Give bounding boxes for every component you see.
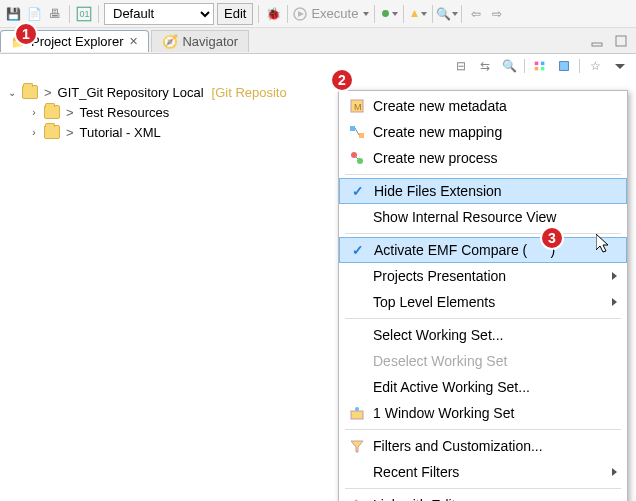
view-tabs: 📁 Project Explorer ✕ 🧭 Navigator (0, 28, 636, 54)
menu-label: Filters and Customization... (369, 438, 617, 454)
menu-label: Top Level Elements (369, 294, 612, 310)
save-all-icon[interactable]: 📄 (25, 5, 43, 23)
annotation-2: 2 (330, 68, 354, 92)
link-editor-icon (345, 497, 369, 501)
menu-recent-filters[interactable]: Recent Filters (339, 459, 627, 485)
filter-icon[interactable] (531, 57, 549, 75)
menu-label: Recent Filters (369, 464, 612, 480)
close-icon[interactable]: ✕ (129, 35, 138, 48)
svg-point-4 (382, 10, 389, 17)
menu-create-metadata[interactable]: M Create new metadata (339, 93, 627, 119)
magnify-icon[interactable]: 🔍 (500, 57, 518, 75)
view-context-menu: M Create new metadata Create new mapping… (338, 90, 628, 501)
menu-label: Projects Presentation (369, 268, 612, 284)
menu-window-working-set[interactable]: 1 Window Working Set (339, 400, 627, 426)
svg-text:M: M (354, 102, 362, 112)
svg-line-19 (356, 157, 358, 159)
minimize-icon[interactable] (588, 32, 606, 50)
menu-create-process[interactable]: Create new process (339, 145, 627, 171)
execute-label: Execute (311, 6, 358, 21)
edit-context-button[interactable]: Edit (217, 3, 253, 25)
svg-line-16 (355, 128, 359, 135)
svg-rect-20 (351, 411, 363, 419)
folder-icon (44, 105, 60, 119)
svg-rect-11 (560, 62, 569, 71)
menu-activate-emf[interactable]: ✓ Activate EMF Compare ( ) (339, 237, 627, 263)
print-icon[interactable]: 🖶 (46, 5, 64, 23)
menu-label: Link with Editor (369, 497, 617, 501)
rocket-icon[interactable] (409, 5, 427, 23)
view-mini-toolbar: ⊟ ⇆ 🔍 ☆ (0, 54, 636, 78)
menu-select-working-set[interactable]: Select Working Set... (339, 322, 627, 348)
context-combo[interactable]: Default (104, 3, 214, 25)
tree-label: Tutorial - XML (80, 125, 161, 140)
link-icon[interactable]: ⇆ (476, 57, 494, 75)
submenu-arrow-icon (612, 298, 617, 306)
nav-back-icon[interactable]: ⇦ (467, 5, 485, 23)
expand-toggle-icon[interactable]: › (28, 107, 40, 118)
collapse-all-icon[interactable]: ⊟ (452, 57, 470, 75)
menu-label: Create new metadata (369, 98, 617, 114)
menu-label: Select Working Set... (369, 327, 617, 343)
menu-label: Show Internal Resource View (369, 209, 617, 225)
debug-icon[interactable]: 🐞 (264, 5, 282, 23)
submenu-arrow-icon (612, 468, 617, 476)
menu-internal-view[interactable]: Show Internal Resource View (339, 204, 627, 230)
svg-rect-8 (541, 62, 545, 66)
tab-navigator[interactable]: 🧭 Navigator (151, 30, 249, 52)
annotation-1: 1 (14, 22, 38, 46)
svg-text:01: 01 (80, 9, 90, 19)
svg-rect-15 (359, 133, 364, 138)
svg-rect-5 (592, 43, 602, 46)
svg-marker-3 (298, 11, 304, 17)
project-icon (22, 85, 38, 99)
svg-point-21 (355, 407, 359, 411)
focus-icon[interactable] (555, 57, 573, 75)
svg-rect-9 (535, 67, 539, 71)
menu-hide-extension[interactable]: ✓ Hide Files Extension (339, 178, 627, 204)
dirty-marker: > (66, 105, 74, 120)
menu-label: Create new process (369, 150, 617, 166)
tab-label: Navigator (182, 34, 238, 49)
tab-label: Project Explorer (31, 34, 123, 49)
repo-decorator: [Git Reposito (212, 85, 287, 100)
svg-rect-6 (616, 36, 626, 46)
process-icon (345, 150, 369, 166)
workingset-icon (345, 405, 369, 421)
svg-rect-7 (535, 62, 539, 66)
menu-label: Activate EMF Compare ( ) (370, 242, 616, 258)
main-toolbar: 💾 📄 🖶 01 Default Edit 🐞 Execute 🔍 ⇦ ⇨ (0, 0, 636, 28)
check-icon: ✓ (352, 183, 364, 199)
binary-icon[interactable]: 01 (75, 5, 93, 23)
menu-label: 1 Window Working Set (369, 405, 617, 421)
svg-marker-22 (351, 441, 363, 452)
menu-edit-working-set[interactable]: Edit Active Working Set... (339, 374, 627, 400)
star-icon[interactable]: ☆ (586, 57, 604, 75)
maximize-icon[interactable] (612, 32, 630, 50)
menu-deselect-working-set: Deselect Working Set (339, 348, 627, 374)
view-menu-icon[interactable] (610, 57, 628, 75)
svg-rect-10 (541, 67, 545, 71)
menu-link-editor[interactable]: Link with Editor (339, 492, 627, 501)
gear-green-icon[interactable] (380, 5, 398, 23)
menu-projects-presentation[interactable]: Projects Presentation (339, 263, 627, 289)
submenu-arrow-icon (612, 272, 617, 280)
menu-top-level[interactable]: Top Level Elements (339, 289, 627, 315)
menu-label: Edit Active Working Set... (369, 379, 617, 395)
check-icon: ✓ (352, 242, 364, 258)
dirty-marker: > (66, 125, 74, 140)
save-icon[interactable]: 💾 (4, 5, 22, 23)
menu-create-mapping[interactable]: Create new mapping (339, 119, 627, 145)
menu-filters[interactable]: Filters and Customization... (339, 433, 627, 459)
menu-label: Create new mapping (369, 124, 617, 140)
expand-toggle-icon[interactable]: › (28, 127, 40, 138)
folder-icon (44, 125, 60, 139)
expand-toggle-icon[interactable]: ⌄ (6, 87, 18, 98)
execute-button[interactable]: Execute (293, 6, 369, 21)
metadata-icon: M (345, 98, 369, 114)
svg-rect-14 (350, 126, 355, 131)
compass-icon: 🧭 (162, 34, 178, 49)
search-icon[interactable]: 🔍 (438, 5, 456, 23)
mapping-icon (345, 124, 369, 140)
nav-fwd-icon[interactable]: ⇨ (488, 5, 506, 23)
